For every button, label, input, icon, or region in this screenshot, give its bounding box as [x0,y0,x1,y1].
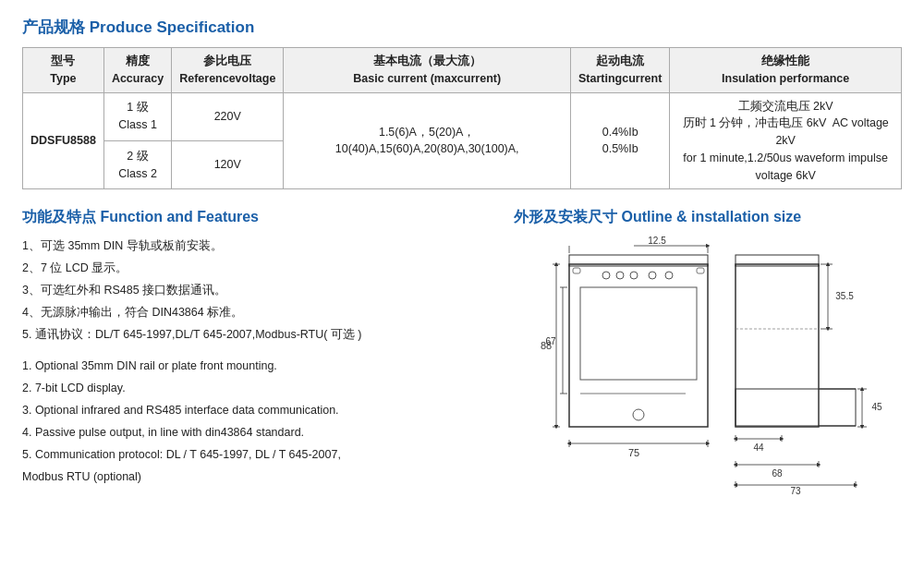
svg-point-4 [630,272,638,279]
svg-point-6 [665,272,673,279]
insulation-cell: 工频交流电压 2kV历时 1 分钟，冲击电压 6kV AC voltage 2k… [670,92,902,189]
col-header-accuracy: 精度Accuracy [103,48,171,93]
voltage1-cell: 220V [172,92,284,140]
voltage2-cell: 120V [172,140,284,188]
svg-rect-10 [697,268,704,273]
svg-rect-15 [736,389,856,426]
svg-rect-11 [736,264,819,427]
col-header-starting: 起动电流Startingcurrent [571,48,670,93]
svg-rect-1 [580,287,697,380]
class2-cell: 2 级Class 2 [103,140,171,188]
svg-rect-0 [569,264,708,427]
class1-cell: 1 级Class 1 [103,92,171,140]
svg-text:45: 45 [871,402,882,412]
svg-rect-9 [573,268,580,273]
feature-cn-1: 1、可选 35mm DIN 导轨或板前安装。 [22,236,495,255]
page: 产品规格 Produce Specification 型号Type 精度Accu… [0,0,924,512]
technical-drawing: 75 88 67 12.5 [514,236,893,495]
features-list-cn: 1、可选 35mm DIN 导轨或板前安装。 2、7 位 LCD 显示。 3、可… [22,236,495,344]
feature-en-1: 1. Optional 35mm DIN rail or plate front… [22,357,495,375]
svg-point-2 [602,272,610,279]
svg-text:75: 75 [628,447,639,458]
features-title: 功能及特点 Function and Features [22,208,495,227]
feature-en-3: 3. Optional infrared and RS485 interface… [22,401,495,419]
current-cell: 1.5(6)A，5(20)A，10(40)A,15(60)A,20(80)A,3… [284,92,571,189]
col-header-insulation: 绝缘性能Insulation performance [670,48,902,93]
spec-title: 产品规格 Produce Specification [22,17,902,38]
svg-text:12.5: 12.5 [648,236,666,246]
feature-cn-3: 3、可选红外和 RS485 接口数据通讯。 [22,281,495,299]
svg-text:44: 44 [753,443,764,453]
model-cell: DDSFU8588 [23,92,104,189]
drawing-svg: 75 88 67 12.5 [514,236,893,495]
col-header-current: 基本电流（最大流）Basic current (maxcurrent) [284,48,571,93]
features-list-en: 1. Optional 35mm DIN rail or plate front… [22,357,495,486]
two-col-layout: 功能及特点 Function and Features 1、可选 35mm DI… [22,208,902,495]
feature-cn-2: 2、7 位 LCD 显示。 [22,259,495,277]
svg-point-8 [633,409,644,420]
feature-cn-4: 4、无源脉冲输出，符合 DIN43864 标准。 [22,303,495,321]
svg-point-3 [616,272,624,279]
feature-en-6: Modbus RTU (optional) [22,467,495,486]
svg-text:67: 67 [545,336,556,346]
col-header-voltage: 参比电压Referencevoltage [172,48,284,93]
outline-section: 外形及安装尺寸 Outline & installation size [514,208,902,495]
feature-en-4: 4. Passive pulse output, in line with di… [22,423,495,442]
svg-text:73: 73 [790,486,801,495]
feature-cn-5: 5. 通讯协议：DL/T 645-1997,DL/T 645-2007,Modb… [22,325,495,344]
col-header-type: 型号Type [23,48,104,93]
feature-en-2: 2. 7-bit LCD display. [22,379,495,397]
svg-point-5 [649,272,656,279]
starting-cell: 0.4%Ib0.5%Ib [571,92,670,189]
svg-text:35.5: 35.5 [835,291,854,301]
svg-text:68: 68 [772,468,783,479]
spec-table: 型号Type 精度Accuracy 参比电压Referencevoltage 基… [22,47,902,189]
feature-en-5: 5. Communication protocol: DL / T 645-19… [22,445,495,464]
features-section: 功能及特点 Function and Features 1、可选 35mm DI… [22,208,495,495]
outline-title: 外形及安装尺寸 Outline & installation size [514,208,902,227]
